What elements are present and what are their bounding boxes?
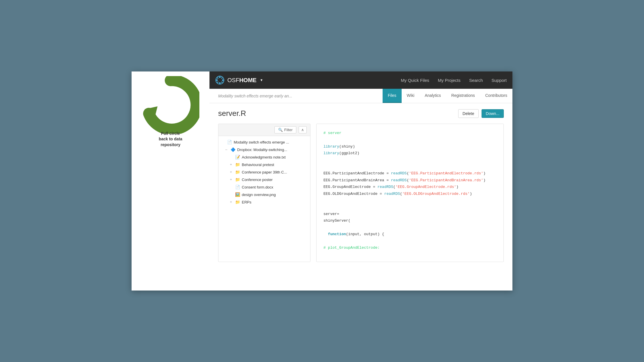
navbar-brand[interactable]: OSFHOME ▾ [215, 76, 262, 85]
file-tree[interactable]: 📄Modality switch effects emerge ...–🔷Dro… [218, 136, 310, 262]
sub-tabs: Files Wiki Analytics Registrations Contr… [383, 89, 512, 103]
file-label: Conference poster [242, 178, 273, 182]
brand-text: OSFHOME [227, 77, 257, 84]
code-line [323, 237, 497, 244]
svg-point-10 [221, 82, 222, 83]
file-icon: 📁 [235, 200, 240, 204]
code-line: # server [323, 130, 497, 136]
code-normal: ( [393, 185, 396, 189]
file-label: Behavioural pretest [242, 163, 274, 167]
svg-point-8 [221, 78, 222, 79]
logo-svg [142, 76, 199, 134]
tree-item[interactable]: +📁Conference poster [218, 176, 310, 183]
code-normal: (shiny) [339, 144, 355, 149]
code-line [323, 204, 497, 210]
code-normal: (input, output) { [346, 232, 384, 236]
code-string: 'EEG.ParticipantAndElectrode.rds' [409, 171, 483, 176]
code-panel[interactable]: # server library(shiny)library(ggplot2) … [316, 124, 504, 262]
tree-item[interactable]: 📝Acknowledgments note.txt [218, 153, 310, 161]
code-line: function(input, output) { [323, 231, 497, 237]
download-button[interactable]: Down... [482, 109, 504, 118]
content-area: server.R Delete Down... 🔍 Filter ∧ 📄Mo [209, 103, 512, 288]
brand-chevron-icon[interactable]: ▾ [261, 78, 262, 82]
main-columns: 🔍 Filter ∧ 📄Modality switch effects emer… [218, 124, 504, 262]
file-icon: 📄 [227, 140, 232, 144]
main-window: Full circleback to datarepository [132, 71, 512, 291]
code-function: library [323, 144, 339, 149]
tab-registrations[interactable]: Registrations [446, 89, 480, 103]
file-label: Dropbox: Modality-switching... [237, 148, 287, 152]
search-icon: 🔍 [278, 128, 283, 132]
code-normal: ) [483, 178, 486, 182]
page-actions: Delete Down... [458, 109, 504, 118]
code-normal: EEG.GroupAndElectrode = [323, 185, 377, 189]
file-label: design overview.png [242, 193, 276, 197]
code-normal: (ggplot2) [339, 151, 360, 155]
tree-item[interactable]: 🖼️design overview.png [218, 191, 310, 198]
tab-analytics[interactable]: Analytics [420, 89, 446, 103]
file-label: ERPs [242, 200, 251, 204]
collapse-button[interactable]: ∧ [299, 126, 307, 133]
code-line: server= [323, 211, 497, 217]
code-line: # plot_GroupAndElectrode: [323, 244, 497, 251]
code-line [323, 224, 497, 231]
svg-point-7 [217, 78, 218, 79]
file-panel: 🔍 Filter ∧ 📄Modality switch effects emer… [218, 124, 310, 262]
tree-item[interactable]: +📁Behavioural pretest [218, 161, 310, 168]
tree-expand-icon[interactable]: – [225, 148, 229, 152]
code-string: 'EEG.GroupAndElectrode.rds' [396, 185, 456, 189]
tab-contributors[interactable]: Contributors [480, 89, 512, 103]
tree-expand-icon[interactable]: + [230, 200, 233, 204]
filter-label: Filter [284, 128, 293, 132]
page-header: server.R Delete Down... [218, 109, 504, 118]
file-icon: 📁 [235, 162, 240, 167]
code-line: library(shiny) [323, 143, 497, 150]
logo-text: Full circleback to datarepository [159, 131, 182, 148]
code-keyword: function [328, 232, 346, 236]
code-comment: # plot_GroupAndElectrode: [323, 246, 380, 250]
tree-item[interactable]: –🔷Dropbox: Modality-switching... [218, 146, 310, 153]
svg-point-5 [216, 80, 218, 81]
code-normal: ( [400, 192, 402, 196]
navbar-links: My Quick Files My Projects Search Suppor… [401, 78, 507, 83]
tree-item[interactable]: 📄Consent form.docx [218, 183, 310, 191]
svg-point-6 [222, 80, 224, 81]
tree-expand-icon[interactable]: + [230, 178, 233, 182]
svg-point-3 [219, 77, 221, 78]
tree-expand-icon[interactable]: + [230, 170, 233, 174]
file-icon: 🔷 [231, 147, 235, 152]
sub-navbar: Modality switch effects emerge early an.… [209, 89, 512, 103]
navbar: OSFHOME ▾ My Quick Files My Projects Sea… [209, 71, 512, 89]
file-label: Consent form.docx [242, 185, 273, 189]
tree-expand-icon[interactable]: + [230, 163, 233, 167]
code-string: 'EEG.OLDGroupAndElectrode.rds' [402, 192, 470, 196]
tree-item[interactable]: +📁Conference paper 39th C... [218, 168, 310, 176]
tab-wiki[interactable]: Wiki [402, 89, 420, 103]
code-line: EEG.ParticipantAndElectrode = readRDS('E… [323, 170, 497, 177]
delete-button[interactable]: Delete [458, 109, 478, 118]
file-icon: 🖼️ [235, 192, 240, 197]
code-normal: EEG.OLDGroupAndElectrode = [323, 192, 384, 196]
tab-files[interactable]: Files [383, 89, 402, 103]
nav-my-projects[interactable]: My Projects [438, 78, 460, 83]
code-normal: ) [470, 192, 472, 196]
code-function: readRDS [384, 192, 400, 196]
code-normal [323, 232, 328, 236]
code-line: shinyServer( [323, 217, 497, 224]
code-function: readRDS [377, 185, 393, 189]
code-normal: EEG.ParticipantAndElectrode = [323, 171, 391, 176]
filter-button[interactable]: 🔍 Filter [274, 126, 296, 133]
code-string: 'EEG.ParticipantAndBrainArea.rds' [409, 178, 483, 182]
code-text: server= [323, 212, 339, 216]
nav-quick-files[interactable]: My Quick Files [401, 78, 429, 83]
code-function: readRDS [391, 178, 407, 182]
nav-support[interactable]: Support [491, 78, 507, 83]
tree-item[interactable]: +📁ERPs [218, 198, 310, 206]
file-icon: 📄 [235, 185, 240, 189]
code-function: library [323, 151, 339, 155]
nav-search[interactable]: Search [469, 78, 483, 83]
code-function: readRDS [391, 171, 407, 176]
file-icon: 📁 [235, 177, 240, 182]
project-title[interactable]: Modality switch effects emerge early an.… [212, 89, 383, 103]
tree-item[interactable]: 📄Modality switch effects emerge ... [218, 138, 310, 146]
